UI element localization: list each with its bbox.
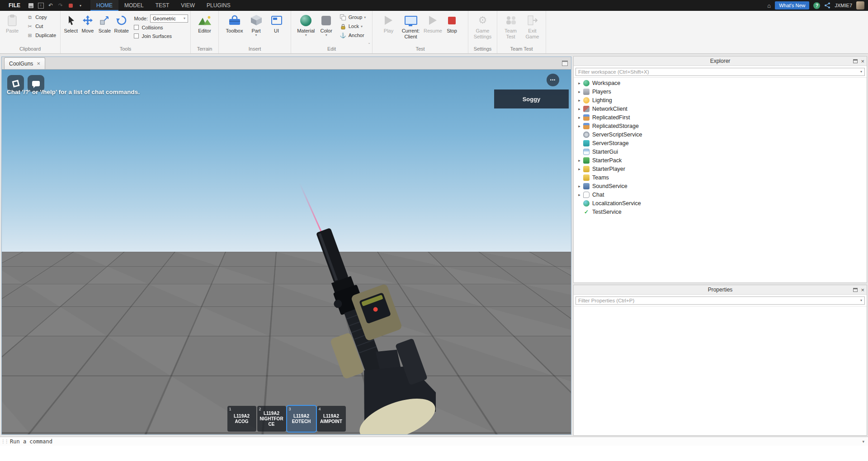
explorer-item-teams[interactable]: Teams bbox=[574, 173, 867, 182]
publish-icon[interactable]: ↑ bbox=[36, 1, 45, 10]
expand-chevron-icon[interactable]: ▸ bbox=[576, 158, 582, 163]
explorer-item-server-script-service[interactable]: ServerScriptService bbox=[574, 130, 867, 139]
lock-caret-icon[interactable]: ▾ bbox=[361, 24, 363, 28]
properties-close-icon[interactable]: × bbox=[861, 287, 864, 293]
paste-button[interactable]: Paste bbox=[2, 13, 22, 35]
redo-icon[interactable]: ↷ bbox=[56, 1, 65, 10]
explorer-item-players[interactable]: ▸Players bbox=[574, 87, 867, 96]
home-icon[interactable]: ⌂ bbox=[767, 2, 771, 9]
explorer-item-starter-pack[interactable]: ▸StarterPack bbox=[574, 156, 867, 165]
save-icon[interactable] bbox=[26, 1, 35, 10]
expand-chevron-icon[interactable]: ▸ bbox=[576, 193, 582, 197]
explorer-float-icon[interactable] bbox=[853, 59, 858, 63]
color-dropdown-caret-icon[interactable]: ▾ bbox=[326, 34, 327, 36]
explorer-item-lighting[interactable]: ▸Lighting bbox=[574, 96, 867, 104]
command-bar-caret-icon[interactable]: ▾ bbox=[862, 439, 864, 444]
explorer-filter-caret-icon[interactable]: ▾ bbox=[860, 70, 862, 74]
explorer-item-starter-gui[interactable]: StarterGui bbox=[574, 147, 867, 156]
explorer-item-sound-service[interactable]: ▸SoundService bbox=[574, 182, 867, 190]
scale-tool-button[interactable]: Scale bbox=[97, 13, 113, 35]
collisions-checkbox-row[interactable]: Collisions bbox=[134, 23, 188, 32]
color-button[interactable]: Color ▾ bbox=[317, 13, 335, 37]
command-bar[interactable]: Run a command bbox=[10, 438, 52, 445]
join-surfaces-checkbox[interactable] bbox=[134, 33, 139, 38]
hotbar-slot-1[interactable]: 1L119A2 ACOG bbox=[227, 406, 256, 432]
join-surfaces-checkbox-row[interactable]: Join Surfaces bbox=[134, 32, 188, 40]
expand-chevron-icon[interactable]: ▸ bbox=[576, 167, 582, 171]
lock-button[interactable]: Lock ▾ bbox=[338, 22, 368, 31]
expand-chevron-icon[interactable]: ▸ bbox=[576, 124, 582, 128]
expand-chevron-icon[interactable]: ▸ bbox=[576, 81, 582, 85]
game-settings-button[interactable]: ⚙ Game Settings bbox=[472, 13, 493, 40]
expand-chevron-icon[interactable]: ▸ bbox=[576, 115, 582, 120]
collisions-checkbox[interactable] bbox=[134, 25, 139, 30]
explorer-item-starter-player[interactable]: ▸StarterPlayer bbox=[574, 165, 867, 173]
part-button[interactable]: Part ▾ bbox=[246, 13, 267, 37]
statusbar-grip-icon[interactable]: ⋮⋮ bbox=[0, 439, 10, 444]
select-tool-button[interactable]: Select bbox=[63, 13, 79, 35]
avatar[interactable] bbox=[856, 1, 864, 9]
expand-chevron-icon[interactable]: ▸ bbox=[576, 98, 582, 103]
share-icon[interactable] bbox=[824, 2, 830, 9]
more-menu-icon[interactable] bbox=[547, 74, 559, 86]
toolbar-options-caret-icon[interactable]: ▾ bbox=[76, 1, 85, 10]
exit-game-button[interactable]: Exit Game bbox=[522, 13, 543, 40]
explorer-item-localization-service[interactable]: LocalizationService bbox=[574, 199, 867, 207]
ui-button[interactable]: UI bbox=[268, 13, 286, 35]
expand-chevron-icon[interactable]: ▸ bbox=[576, 89, 582, 94]
properties-filter-input[interactable] bbox=[576, 296, 865, 305]
username-label[interactable]: JXMIE7 bbox=[835, 3, 852, 8]
move-tool-button[interactable]: Move bbox=[80, 13, 95, 35]
explorer-item-replicated-storage[interactable]: ▸ReplicatedStorage bbox=[574, 122, 867, 130]
material-dropdown-caret-icon[interactable]: ▾ bbox=[305, 34, 307, 36]
hotbar-slot-3[interactable]: 3L119A2 EOTECH bbox=[287, 406, 316, 432]
hotbar-slot-2[interactable]: 2L119A2 NIGHTFORCE bbox=[257, 406, 286, 432]
mode-select[interactable]: Geometric ▾ bbox=[150, 14, 188, 23]
team-test-button[interactable]: Team Test bbox=[500, 13, 521, 40]
duplicate-button[interactable]: ⊞ Duplicate bbox=[24, 31, 58, 40]
menu-tab-test[interactable]: TEST bbox=[150, 0, 175, 11]
explorer-item-replicated-first[interactable]: ▸ReplicatedFirst bbox=[574, 113, 867, 122]
toolbox-button[interactable]: Toolbox bbox=[224, 13, 245, 35]
pane-options-icon[interactable] bbox=[562, 61, 568, 66]
document-tab-coolguns[interactable]: CoolGuns × bbox=[4, 57, 45, 69]
explorer-filter-input[interactable] bbox=[576, 68, 865, 76]
file-menu-button[interactable]: FILE bbox=[4, 0, 25, 11]
current-client-button[interactable]: Current: Client bbox=[399, 13, 423, 40]
edit-group-launcher-icon[interactable]: ⌄ bbox=[368, 41, 371, 45]
hotbar-slot-4[interactable]: 4L119A2 AIMPOINT bbox=[317, 406, 346, 432]
record-icon[interactable] bbox=[66, 1, 75, 10]
resume-button[interactable]: Resume bbox=[424, 13, 442, 35]
menu-tab-home[interactable]: HOME bbox=[90, 0, 118, 11]
explorer-item-workspace[interactable]: ▸Workspace bbox=[574, 79, 867, 87]
tab-close-icon[interactable]: × bbox=[37, 61, 40, 66]
terrain-editor-button[interactable]: Editor bbox=[194, 13, 215, 35]
explorer-item-network-client[interactable]: ▸NetworkClient bbox=[574, 104, 867, 113]
cut-button[interactable]: ✂ Cut bbox=[24, 22, 58, 31]
copy-button[interactable]: ⧉ Copy bbox=[24, 13, 58, 22]
anchor-button[interactable]: ⚓ Anchor bbox=[338, 31, 368, 40]
explorer-item-chat[interactable]: ▸Chat bbox=[574, 190, 867, 199]
play-button[interactable]: Play bbox=[380, 13, 398, 35]
menu-tab-view[interactable]: VIEW bbox=[175, 0, 201, 11]
rotate-tool-button[interactable]: Rotate bbox=[113, 13, 129, 35]
part-dropdown-caret-icon[interactable]: ▾ bbox=[255, 34, 257, 36]
material-button[interactable]: Material ▾ bbox=[296, 13, 316, 37]
player-list[interactable]: Soggy bbox=[494, 89, 569, 108]
explorer-close-icon[interactable]: × bbox=[861, 58, 864, 64]
expand-chevron-icon[interactable]: ▸ bbox=[576, 184, 582, 188]
stop-button[interactable]: Stop bbox=[443, 13, 461, 35]
menu-tab-model[interactable]: MODEL bbox=[118, 0, 150, 11]
expand-chevron-icon[interactable]: ▸ bbox=[576, 107, 582, 111]
explorer-item-server-storage[interactable]: ServerStorage bbox=[574, 139, 867, 147]
properties-float-icon[interactable] bbox=[853, 288, 858, 292]
menu-tab-plugins[interactable]: PLUGINS bbox=[201, 0, 236, 11]
game-viewport[interactable]: Chat '/?' or '/help' for a list of chat … bbox=[2, 70, 571, 434]
undo-icon[interactable]: ↶ bbox=[46, 1, 55, 10]
group-button[interactable]: Group ▾ bbox=[338, 13, 368, 22]
help-icon[interactable]: ? bbox=[813, 2, 820, 9]
properties-filter-caret-icon[interactable]: ▾ bbox=[860, 298, 862, 302]
group-caret-icon[interactable]: ▾ bbox=[364, 15, 366, 19]
whats-new-button[interactable]: What's New bbox=[775, 1, 809, 9]
explorer-item-test-service[interactable]: TestService bbox=[574, 207, 867, 216]
